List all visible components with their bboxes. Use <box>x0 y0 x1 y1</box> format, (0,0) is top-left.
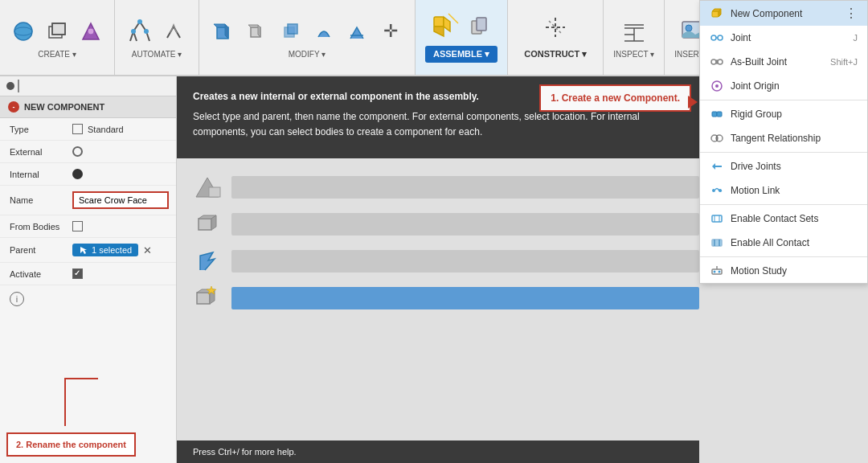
divider-4 <box>700 256 867 257</box>
preview-bar-3 <box>231 250 699 272</box>
automate-label[interactable]: AUTOMATE ▾ <box>132 50 182 59</box>
surface-icons <box>8 16 106 47</box>
automate-tool-1[interactable] <box>125 16 155 47</box>
motion-study-label: Motion Study <box>731 265 787 277</box>
assemble-tool-2[interactable] <box>463 12 493 43</box>
parent-label: Parent <box>10 245 66 255</box>
surface-tool-1[interactable] <box>8 16 39 47</box>
preview-bar-4-highlighted <box>231 287 699 309</box>
svg-point-77 <box>719 271 721 273</box>
name-input[interactable] <box>72 191 169 209</box>
asbuilt-icon <box>710 55 724 69</box>
motion-link-label: Motion Link <box>731 185 780 196</box>
info-icon[interactable]: i <box>10 292 24 306</box>
activate-checkbox[interactable]: ✓ <box>72 268 83 279</box>
inspect-icons <box>619 16 649 47</box>
external-radio[interactable] <box>72 146 83 157</box>
preview-icon-4 <box>193 284 222 313</box>
construct-tool-1[interactable] <box>540 12 571 43</box>
svg-marker-27 <box>434 27 444 36</box>
preview-icon-1 <box>193 173 222 202</box>
tooltip-footer: Press Ctrl+/ for more help. <box>177 440 699 463</box>
modify-label[interactable]: MODIFY ▾ <box>289 50 326 59</box>
new-component-label: New Component <box>731 8 802 19</box>
dropdown-item-motion-study[interactable]: Motion Study <box>700 259 867 283</box>
svg-rect-69 <box>712 215 722 222</box>
new-component-more[interactable]: ⋮ <box>845 6 858 21</box>
assemble-tool-1[interactable] <box>429 12 460 43</box>
svg-point-55 <box>718 35 723 40</box>
dropdown-item-drive-joints[interactable]: Drive Joints <box>700 154 867 178</box>
annotation-text-2: 2. Rename the component <box>16 440 126 449</box>
external-label: External <box>10 147 66 157</box>
dropdown-item-joint-origin[interactable]: Joint Origin <box>700 74 867 98</box>
dropdown-item-rigid-group[interactable]: Rigid Group <box>700 102 867 126</box>
dropdown-menu: New Component ⋮ Joint J <box>699 0 868 284</box>
dropdown-item-joint[interactable]: Joint J <box>700 26 867 50</box>
contact-icon <box>710 211 724 226</box>
modify-tool-4[interactable] <box>309 16 339 47</box>
assemble-label[interactable]: ASSEMBLE ▾ <box>425 46 497 63</box>
main-content: - NEW COMPONENT Type Standard External I… <box>0 76 868 463</box>
dropdown-item-all-contact[interactable]: Enable All Contact <box>700 231 867 255</box>
motion-icon <box>710 183 724 198</box>
dropdown-item-contact-sets[interactable]: Enable Contact Sets <box>700 207 867 231</box>
dropdown-item-tangent[interactable]: Tangent Relationship <box>700 126 867 150</box>
divider-2 <box>700 152 867 153</box>
type-checkbox[interactable] <box>72 124 83 134</box>
toolbar-section-surface: CREATE ▾ <box>0 0 115 75</box>
panel-nav <box>0 76 176 96</box>
modify-tool-move[interactable]: ✛ <box>376 16 407 47</box>
external-row: External <box>0 141 176 163</box>
name-label: Name <box>10 195 66 205</box>
internal-label: Internal <box>10 170 66 179</box>
activate-label: Activate <box>10 269 66 279</box>
joint-shortcut: J <box>854 33 858 43</box>
tangent-label: Tangent Relationship <box>731 133 821 144</box>
automate-tool-2[interactable] <box>158 16 189 47</box>
dropdown-item-motion-link[interactable]: Motion Link <box>700 178 867 203</box>
surface-tool-2[interactable] <box>42 16 72 47</box>
parent-badge[interactable]: 1 selected <box>72 244 138 256</box>
study-icon <box>710 264 724 278</box>
modify-tool-1[interactable] <box>207 16 238 47</box>
from-bodies-checkbox[interactable] <box>72 221 83 232</box>
surface-tool-3[interactable] <box>76 16 106 47</box>
nav-dot[interactable] <box>6 82 14 90</box>
surface-label[interactable]: CREATE ▾ <box>38 50 76 59</box>
annotation-box-2: 2. Rename the component <box>6 432 136 457</box>
callout-box: 1. Create a new Component. <box>539 84 691 112</box>
preview-row-3 <box>193 247 699 276</box>
component-icon <box>710 6 724 21</box>
toolbar-section-assemble: ASSEMBLE ▾ <box>416 0 508 75</box>
svg-text:✛: ✛ <box>383 21 398 41</box>
modify-tool-3[interactable] <box>275 16 305 47</box>
modify-tool-5[interactable] <box>342 16 373 47</box>
allcontact-icon <box>710 236 724 250</box>
origin-icon <box>710 79 724 93</box>
dropdown-item-new-component[interactable]: New Component ⋮ <box>700 1 867 26</box>
panel-header: - NEW COMPONENT <box>0 96 176 118</box>
all-contact-label: Enable All Contact <box>731 237 809 248</box>
automate-icons <box>125 16 189 47</box>
modify-tool-2[interactable] <box>241 16 272 47</box>
dropdown-item-asbuilt[interactable]: As-Built Joint Shift+J <box>700 50 867 74</box>
svg-point-14 <box>144 29 149 34</box>
inspect-tool-1[interactable] <box>619 16 649 47</box>
parent-clear-btn[interactable]: ✕ <box>143 244 152 256</box>
svg-point-58 <box>718 59 723 64</box>
svg-rect-30 <box>477 18 486 31</box>
svg-rect-61 <box>712 112 717 117</box>
preview-row-2 <box>193 210 699 239</box>
internal-radio[interactable] <box>72 169 83 179</box>
panel-collapse-btn[interactable]: - <box>8 101 19 113</box>
internal-row: Internal <box>0 163 176 186</box>
construct-label[interactable]: CONSTRUCT ▾ <box>518 46 593 63</box>
svg-rect-72 <box>712 240 722 246</box>
cursor-icon <box>79 245 88 255</box>
construct-icons <box>540 12 571 43</box>
inspect-label[interactable]: INSPECT ▾ <box>613 50 654 59</box>
joint-icon <box>710 31 724 45</box>
toolbar-section-automate: AUTOMATE ▾ <box>115 0 199 75</box>
tooltip-footer-text: Press Ctrl+/ for more help. <box>193 447 297 457</box>
